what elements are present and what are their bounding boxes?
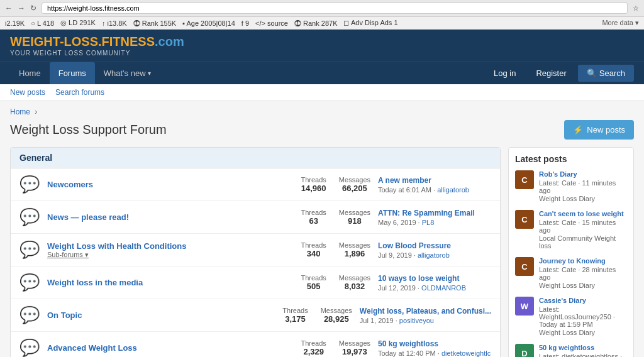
table-row: 💬 On Topic Threads 3,175 Messages 28,925: [11, 299, 500, 332]
latest-post-text: Can't seem to lose weight Latest: Cate ·…: [539, 210, 627, 250]
breadcrumb-home[interactable]: Home: [10, 107, 30, 116]
latest-title-news[interactable]: ATTN: Re Spamming Email: [378, 209, 475, 217]
forum-name-health[interactable]: Weight Loss with Health Conditions: [47, 241, 186, 251]
latest-post-meta: Latest: Cate · 15 minutes ago: [539, 219, 627, 234]
site-logo[interactable]: WEIGHT-LOSS.FITNESS.com YOUR WEIGHT LOSS…: [10, 35, 184, 57]
sidebar-title: Latest posts: [515, 154, 627, 164]
latest-user-media[interactable]: OLDMANROB: [421, 284, 466, 292]
latest-title-advanced[interactable]: 50 kg weightloss: [378, 339, 438, 348]
latest-user-advanced[interactable]: dietketoweightlc: [441, 349, 491, 357]
search-forums-link[interactable]: Search forums: [55, 88, 104, 97]
latest-title-media[interactable]: 10 ways to lose weight: [378, 274, 459, 283]
latest-post-text: Journey to Knowing Latest: Cate · 28 min…: [539, 257, 627, 289]
forum-name-news[interactable]: News — please read!: [47, 212, 129, 222]
new-posts-link[interactable]: New posts: [10, 88, 45, 97]
forum-info-ontopic: On Topic: [47, 310, 275, 320]
latest-post-meta: Latest: Cate · 28 minutes ago: [539, 266, 627, 281]
latest-post-title[interactable]: Journey to Knowing: [539, 257, 627, 265]
latest-post-title[interactable]: Cassie's Diary: [539, 297, 627, 304]
refresh-button[interactable]: ↻: [30, 4, 36, 13]
search-button[interactable]: 🔍 Search: [578, 65, 634, 82]
forum-name-media[interactable]: Weight loss in the media: [47, 278, 143, 287]
forum-sub-health: Sub-forums ▾: [47, 251, 294, 259]
nav-links: Home Forums What's new ▾: [10, 62, 160, 84]
chat-bubble-health-icon: 💬: [19, 240, 40, 259]
avatar: W: [515, 297, 534, 316]
chat-bubble-gray-icon: 💬: [19, 207, 40, 226]
latest-post-title[interactable]: Can't seem to lose weight: [539, 210, 627, 217]
forum-stats-health: Threads 340 Messages 1,896: [301, 241, 371, 258]
latest-title-health[interactable]: Low Blood Pressure: [378, 241, 451, 250]
url-bar[interactable]: [42, 3, 628, 14]
threads-stat: Threads 3,175: [282, 307, 308, 324]
latest-meta-news: May 6, 2019 · PL8: [378, 219, 491, 226]
chat-bubble-advanced-icon: 💬: [19, 338, 40, 357]
lightning-icon: ⚡: [573, 125, 583, 135]
back-button[interactable]: ←: [5, 4, 13, 13]
nav-forums[interactable]: Forums: [50, 62, 95, 84]
latest-post-meta: Latest: Cate · 11 minutes ago: [539, 179, 627, 194]
stat-ld291k: ◎ LD 291K: [60, 19, 96, 27]
stat-rank155k: ⓵ Rank 155K: [133, 19, 176, 27]
latest-post-text: Cassie's Diary Latest: WeightLossJourney…: [539, 297, 627, 336]
table-row: 💬 Newcomers Threads 14,960 Messages 66,2…: [11, 168, 500, 201]
threads-stat: Threads 63: [301, 209, 326, 226]
stats-bar: i2.19K ○ L 418 ◎ LD 291K ↑ i13.8K ⓵ Rank…: [0, 17, 644, 30]
latest-user-newcomers[interactable]: alligatorob: [437, 186, 469, 194]
new-posts-button[interactable]: ⚡ New posts: [564, 120, 634, 140]
avatar: C: [515, 210, 534, 229]
login-button[interactable]: Log in: [485, 65, 525, 82]
forum-name-advanced[interactable]: Advanced Weight Loss: [47, 343, 137, 353]
forum-icon-advanced: 💬: [19, 338, 40, 357]
more-data-button[interactable]: More data ▾: [602, 19, 639, 27]
forum-icon-health: 💬: [19, 240, 40, 260]
stat-i219k: i2.19K: [5, 19, 25, 27]
latest-user-ontopic[interactable]: positiveyou: [399, 317, 434, 324]
latest-post-title[interactable]: Rob's Diary: [539, 170, 627, 178]
stat-source: </> source: [255, 19, 288, 27]
latest-post-forum: Weight Loss Diary: [539, 282, 627, 289]
messages-stat: Messages 66,205: [339, 176, 370, 193]
sidebar-box: Latest posts C Rob's Diary Latest: Cate …: [508, 147, 634, 357]
forum-layout: General 💬 Newcomers Threads 14,960: [10, 147, 634, 357]
dropdown-arrow-icon: ▾: [148, 70, 151, 77]
messages-stat: Messages 1,896: [339, 241, 370, 258]
latest-user-news[interactable]: PL8: [422, 219, 435, 226]
forum-latest-health: Low Blood Pressure Jul 9, 2019 · alligat…: [378, 241, 491, 259]
latest-title-newcomers[interactable]: A new member: [378, 176, 431, 185]
chat-bubble-media-icon: 💬: [19, 273, 40, 292]
threads-stat: Threads 14,960: [301, 176, 326, 193]
stat-i138k: ↑ i13.8K: [102, 19, 127, 27]
table-row: 💬 Advanced Weight Loss Threads 2,329 Mes…: [11, 332, 500, 357]
forum-stats-advanced: Threads 2,329 Messages 19,973: [301, 339, 371, 356]
forum-icon-media: 💬: [19, 273, 40, 292]
threads-stat: Threads 505: [301, 274, 326, 291]
forum-icon-ontopic: 💬: [19, 305, 40, 325]
forum-stats-newcomers: Threads 14,960 Messages 66,205: [301, 176, 371, 193]
nav-bar: Home Forums What's new ▾ Log in Register…: [0, 62, 644, 84]
site-header: WEIGHT-LOSS.FITNESS.com YOUR WEIGHT LOSS…: [0, 30, 644, 62]
forum-section-general: General 💬 Newcomers Threads 14,960: [10, 147, 501, 357]
avatar: D: [515, 344, 534, 357]
stat-rank287k: ⓵ Rank 287K: [294, 19, 337, 27]
forward-button[interactable]: →: [18, 4, 25, 13]
register-button[interactable]: Register: [527, 65, 575, 82]
messages-stat: Messages 8,032: [339, 274, 370, 291]
messages-stat: Messages 918: [339, 209, 370, 226]
list-item: C Rob's Diary Latest: Cate · 11 minutes …: [515, 170, 627, 202]
breadcrumb: Home ›: [10, 107, 634, 116]
nav-home[interactable]: Home: [10, 62, 50, 84]
browser-bar: ← → ↻ ☆: [0, 0, 644, 17]
threads-stat: Threads 340: [301, 241, 326, 258]
forum-name-ontopic[interactable]: On Topic: [47, 310, 82, 320]
nav-whats-new[interactable]: What's new ▾: [95, 62, 160, 84]
latest-user-health[interactable]: alligatorob: [418, 251, 450, 259]
bookmark-icon[interactable]: ☆: [633, 4, 639, 13]
forum-name-newcomers[interactable]: Newcomers: [47, 180, 93, 189]
latest-meta-health: Jul 9, 2019 · alligatorob: [378, 251, 491, 259]
sub-forums-link[interactable]: Sub-forums ▾: [47, 251, 89, 258]
latest-title-ontopic[interactable]: Weight loss, Plateaus, and Confusi...: [360, 307, 491, 316]
latest-meta-media: Jul 12, 2019 · OLDMANROB: [378, 284, 491, 292]
table-row: 💬 Weight Loss with Health Conditions Sub…: [11, 234, 500, 266]
latest-post-title[interactable]: 50 kg weightloss: [539, 344, 627, 351]
